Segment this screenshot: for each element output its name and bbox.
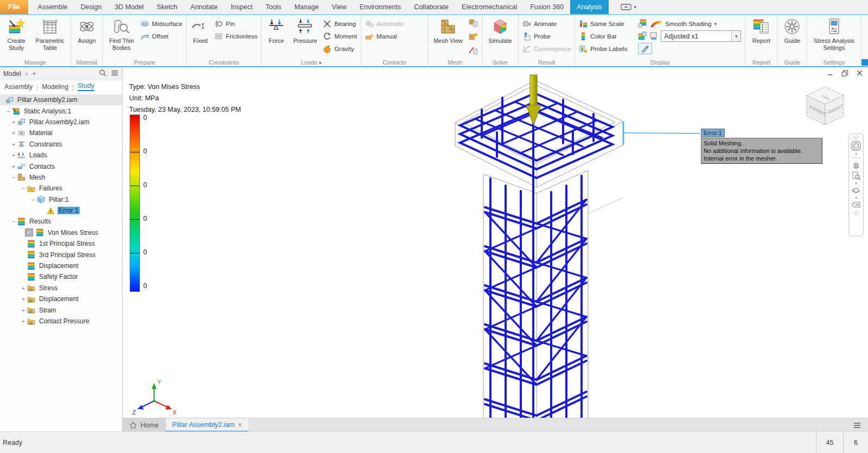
tree-row-pillar-1[interactable]: − Pillar:1 xyxy=(0,194,122,205)
expander-icon[interactable]: + xyxy=(10,130,17,136)
expander-icon[interactable]: + xyxy=(20,285,27,291)
expander-icon[interactable]: − xyxy=(4,108,12,114)
tree-row-results[interactable]: − Results xyxy=(0,216,122,227)
view-study[interactable]: Study xyxy=(78,82,94,91)
view-modeling[interactable]: Modeling xyxy=(42,83,68,91)
mesh-settings-button[interactable] xyxy=(469,18,478,30)
expander-icon[interactable]: + xyxy=(20,318,27,324)
menu-tools[interactable]: Tools xyxy=(259,0,288,14)
pin-constraint-button[interactable]: Pin xyxy=(214,18,257,29)
zoom-icon[interactable] xyxy=(851,171,861,181)
tree-row-contacts[interactable]: + Contacts xyxy=(0,161,122,171)
add-tab-button[interactable]: + xyxy=(32,69,36,78)
expander-icon[interactable]: − xyxy=(10,174,17,181)
tree-row-error-1[interactable]: Error:1 xyxy=(0,205,122,216)
tree-row-loads[interactable]: + Loads xyxy=(0,150,122,161)
stress-analysis-settings-button[interactable]: Stress Analysis Settings xyxy=(811,17,857,51)
menu-view[interactable]: View xyxy=(326,0,353,14)
menu-file[interactable]: File xyxy=(0,0,28,14)
tree-row-contact-pressure-folder[interactable]: + Contact Pressure xyxy=(0,316,122,327)
navigation-wheel-icon[interactable] xyxy=(851,141,861,151)
ribbon-appearance-button[interactable]: ▾ xyxy=(616,0,641,14)
group-label-loads[interactable]: Loads ▾ xyxy=(261,59,361,66)
tree-row-constraints[interactable]: + Constraints xyxy=(0,139,122,150)
convergence-settings-button[interactable] xyxy=(469,46,478,57)
expander-icon[interactable]: + xyxy=(20,296,27,302)
color-bar-button[interactable]: Color Bar xyxy=(579,32,635,41)
local-mesh-control-button[interactable] xyxy=(469,32,478,43)
error-callout[interactable]: Error:1 Solid Meshing. No additional inf… xyxy=(701,129,822,164)
tree-row-root-assembly[interactable]: Pillar Assembly2.iam xyxy=(0,94,122,105)
offset-button[interactable]: Offset xyxy=(141,31,182,41)
error-callout-title[interactable]: Error:1 xyxy=(701,129,725,137)
midsurface-button[interactable]: Midsurface xyxy=(141,18,182,29)
bearing-load-button[interactable]: Bearing xyxy=(323,18,357,29)
menu-electromechanical[interactable]: Electromechanical xyxy=(455,0,524,14)
view-cube[interactable]: TOP FRONT RIGHT xyxy=(807,87,844,125)
moment-load-button[interactable]: Moment xyxy=(323,31,357,41)
find-thin-bodies-button[interactable]: Find Thin Bodies xyxy=(107,17,136,51)
chevron-down-icon[interactable]: ▾ xyxy=(855,182,857,184)
manual-contacts-button[interactable]: Manual xyxy=(365,31,404,41)
menu-3d-model[interactable]: 3D Model xyxy=(108,0,150,14)
view-assembly[interactable]: Assembly xyxy=(4,83,33,91)
finish-analysis-button[interactable]: Finish Analysis xyxy=(865,17,868,51)
tree-row-3rd-principal[interactable]: 3rd Principal Stress xyxy=(0,249,122,260)
element-visibility-button[interactable] xyxy=(638,31,647,41)
menu-fusion-360[interactable]: Fusion 360 xyxy=(524,0,570,14)
close-icon[interactable] xyxy=(856,69,864,77)
displacement-scale-select[interactable]: Adjusted x1 ▾ xyxy=(661,30,741,42)
menu-analysis[interactable]: Analysis xyxy=(570,0,609,14)
expander-icon[interactable]: + xyxy=(10,141,17,148)
menu-annotate[interactable]: Annotate xyxy=(184,0,224,14)
combo-dropdown-button[interactable]: ▾ xyxy=(731,31,741,41)
expander-icon[interactable]: + xyxy=(10,152,17,158)
force-load-button[interactable]: Force xyxy=(265,17,287,44)
tree-row-strain-folder[interactable]: + Strain xyxy=(0,304,122,315)
probe-button[interactable]: Probe xyxy=(522,31,571,41)
frictionless-constraint-button[interactable]: Frictionless xyxy=(214,31,257,41)
graphics-viewport[interactable]: Y X Z TOP FRONT RIGHT Type: Von Mises St… xyxy=(123,67,868,418)
tree-row-displacement[interactable]: Displacement xyxy=(0,260,122,271)
expander-icon[interactable]: + xyxy=(10,163,17,170)
tree-row-pillar-assembly[interactable]: + Pillar Assembly2.iam xyxy=(0,117,122,127)
restore-icon[interactable] xyxy=(841,69,849,77)
fixed-constraint-button[interactable]: Fixed xyxy=(190,17,210,44)
tree-row-stress-folder[interactable]: + Stress xyxy=(0,283,122,294)
guide-button[interactable]: Guide xyxy=(781,17,803,44)
look-at-icon[interactable] xyxy=(851,200,861,210)
simulate-button[interactable]: Simulate xyxy=(486,17,514,44)
tab-list-button[interactable] xyxy=(846,418,868,432)
menu-sketch[interactable]: Sketch xyxy=(150,0,184,14)
menu-design[interactable]: Design xyxy=(74,0,108,14)
tab-home[interactable]: Home xyxy=(123,418,165,432)
assign-material-button[interactable]: Assign xyxy=(75,17,99,44)
adjust-display-button[interactable] xyxy=(649,31,658,41)
browser-search-button[interactable] xyxy=(99,69,107,79)
tree-row-material[interactable]: + Material xyxy=(0,127,122,138)
checkbox-checked[interactable]: ✓ xyxy=(25,228,33,237)
chevron-down-icon[interactable]: ▾ xyxy=(855,196,857,199)
menu-manage[interactable]: Manage xyxy=(288,0,326,14)
expander-icon[interactable]: + xyxy=(20,307,27,314)
pan-icon[interactable] xyxy=(851,160,861,170)
report-button[interactable]: Report xyxy=(749,17,773,44)
expander-icon[interactable]: − xyxy=(29,196,37,203)
menu-environments[interactable]: Environments xyxy=(353,0,407,14)
pressure-load-button[interactable]: Pressure xyxy=(291,17,318,44)
close-icon[interactable]: × xyxy=(25,71,28,77)
animate-button[interactable]: Animate xyxy=(522,18,571,29)
expander-icon[interactable]: − xyxy=(10,218,17,225)
tab-model[interactable]: Model xyxy=(3,70,21,78)
tree-row-mesh[interactable]: − Mesh xyxy=(0,172,122,183)
gravity-load-button[interactable]: Gravity xyxy=(323,43,357,54)
expander-icon[interactable]: − xyxy=(20,185,27,192)
smooth-shading-button[interactable]: Smooth Shading ▾ xyxy=(649,20,717,28)
browser-menu-button[interactable] xyxy=(111,69,119,79)
same-scale-button[interactable]: Same Scale xyxy=(579,20,635,28)
menu-inspect[interactable]: Inspect xyxy=(224,0,259,14)
orbit-icon[interactable] xyxy=(851,186,861,195)
expander-icon[interactable]: + xyxy=(10,119,17,125)
tree-row-displacement-folder[interactable]: + Displacement xyxy=(0,294,122,304)
create-study-button[interactable]: Create Study xyxy=(4,17,29,51)
